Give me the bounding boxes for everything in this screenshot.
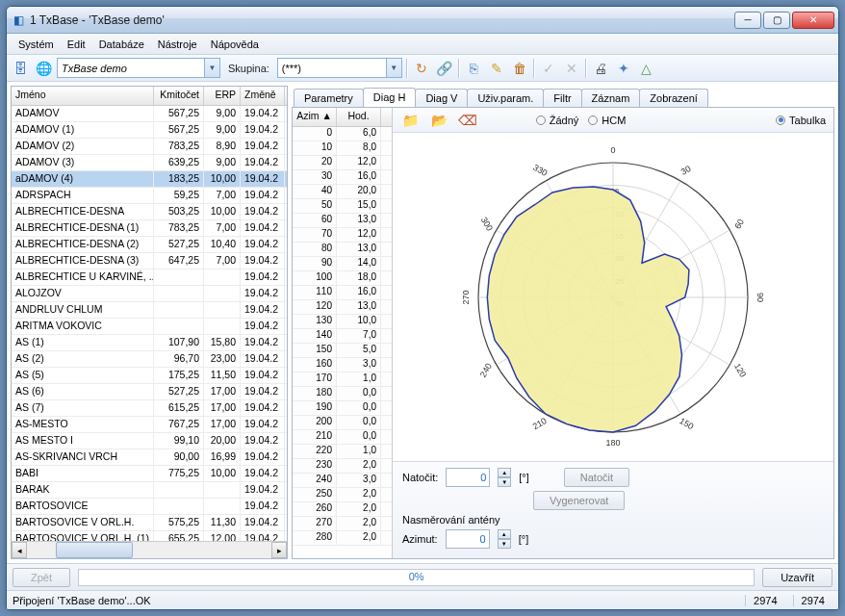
table-row[interactable]: AS-SKRIVANCI VRCH90,0016,9919.04.2: [12, 449, 287, 466]
table-row[interactable]: BARAK19.04.2: [12, 482, 287, 499]
dropdown-icon[interactable]: ▼: [204, 59, 219, 77]
azim-row[interactable]: 2802,0: [293, 531, 392, 546]
menu-help[interactable]: Nápověda: [205, 37, 265, 52]
table-row[interactable]: ADAMOV567,259,0019.04.2: [12, 106, 287, 122]
table-row[interactable]: ALBRECHTICE U KARVINÉ, ...19.04.2: [12, 270, 287, 286]
azim-row[interactable]: 10018,0: [293, 271, 392, 286]
table-row[interactable]: AS (6)527,2517,0019.04.2: [12, 384, 287, 400]
table-row[interactable]: AS (7)615,2517,0019.04.2: [12, 400, 287, 417]
table-row[interactable]: aDAMOV (4)183,2510,0019.04.2: [12, 171, 287, 188]
azim-row[interactable]: 4020,0: [293, 185, 392, 199]
azim-row[interactable]: 2602,0: [293, 502, 392, 517]
col-azim[interactable]: Azim ▲: [293, 108, 337, 126]
azim-row[interactable]: 2403,0: [293, 474, 392, 488]
horizontal-scrollbar[interactable]: ◂ ▸: [12, 541, 287, 558]
azim-row[interactable]: 8013,0: [293, 243, 392, 257]
azim-row[interactable]: 2012,0: [293, 156, 392, 170]
azim-row[interactable]: 3016,0: [293, 170, 392, 185]
skupina-combo[interactable]: (***) ▼: [277, 58, 402, 78]
col-hod[interactable]: Hod.: [337, 108, 381, 126]
azim-row[interactable]: 2302,0: [293, 459, 392, 474]
table-row[interactable]: ARITMA VOKOVIC19.04.2: [12, 319, 287, 335]
folder-icon[interactable]: 📁: [400, 111, 420, 130]
close-app-button[interactable]: Uzavřít: [762, 568, 832, 587]
tab-uivparam[interactable]: Uživ.param.: [467, 89, 544, 107]
close-button[interactable]: ✕: [792, 12, 834, 29]
col-freq[interactable]: Kmitočet: [154, 87, 204, 105]
azim-row[interactable]: 2100,0: [293, 430, 392, 445]
copy-icon[interactable]: ⎘: [464, 59, 483, 78]
scroll-left-icon[interactable]: ◂: [12, 542, 27, 558]
table-row[interactable]: ALBRECHTICE-DESNA (3)647,257,0019.04.2: [12, 253, 287, 270]
menu-tools[interactable]: Nástroje: [152, 37, 203, 52]
azim-row[interactable]: 1505,0: [293, 344, 392, 358]
table-row[interactable]: BARTOSOVICE V ORL.H. (1)655,2512,0019.04…: [12, 531, 287, 541]
radio-tabulka[interactable]: Tabulka: [776, 115, 826, 126]
radio-hcm[interactable]: HCM: [588, 115, 626, 126]
azim-row[interactable]: 6013,0: [293, 214, 392, 228]
natocit-button[interactable]: Natočit: [564, 468, 629, 487]
azim-row[interactable]: 1603,0: [293, 358, 392, 372]
dropdown-icon[interactable]: ▼: [386, 59, 401, 77]
edit-icon[interactable]: ✎: [487, 59, 506, 78]
table-row[interactable]: ADAMOV (3)639,259,0019.04.2: [12, 155, 287, 171]
azim-row[interactable]: 2702,0: [293, 517, 392, 531]
azim-row[interactable]: 1407,0: [293, 329, 392, 344]
table-row[interactable]: AS (5)175,2511,5019.04.2: [12, 368, 287, 384]
table-row[interactable]: ALBRECHTICE-DESNA (1)783,257,0019.04.2: [12, 220, 287, 237]
table-row[interactable]: AS-MESTO767,2517,0019.04.2: [12, 417, 287, 433]
table-row[interactable]: ANDRLUV CHLUM19.04.2: [12, 302, 287, 319]
trash-icon[interactable]: 🗑: [510, 59, 529, 78]
tab-parametry[interactable]: Parametry: [294, 89, 364, 107]
table-row[interactable]: BARTOSOVICE V ORL.H.575,2511,3019.04.2: [12, 515, 287, 531]
scroll-right-icon[interactable]: ▸: [271, 542, 287, 558]
vygenerovat-button[interactable]: Vygenerovat: [533, 491, 625, 510]
azim-body[interactable]: 06,0108,02012,03016,04020,05015,06013,07…: [293, 127, 392, 558]
table-row[interactable]: AS (2)96,7023,0019.04.2: [12, 351, 287, 368]
grid-body[interactable]: ADAMOV567,259,0019.04.2ADAMOV (1)567,259…: [12, 106, 287, 541]
clear-icon[interactable]: ⌫: [458, 111, 477, 130]
table-row[interactable]: ADAMOV (2)783,258,9019.04.2: [12, 139, 287, 155]
col-date[interactable]: Změně: [241, 87, 285, 105]
azimut-spinner[interactable]: ▲▼: [498, 529, 511, 549]
col-name[interactable]: Jméno: [12, 87, 154, 105]
azim-row[interactable]: 5015,0: [293, 199, 392, 214]
database-icon[interactable]: 🗄: [11, 59, 30, 78]
tab-diagv[interactable]: Diag V: [415, 89, 468, 107]
menu-edit[interactable]: Edit: [62, 37, 91, 52]
azim-row[interactable]: 13010,0: [293, 315, 392, 329]
azim-row[interactable]: 1800,0: [293, 387, 392, 401]
world-icon[interactable]: 🌐: [34, 59, 53, 78]
azim-row[interactable]: 108,0: [293, 141, 392, 156]
check-icon[interactable]: ✓: [539, 59, 558, 78]
folder-open-icon[interactable]: 📂: [429, 111, 448, 130]
back-button[interactable]: Zpět: [13, 568, 70, 587]
azim-row[interactable]: 2000,0: [293, 416, 392, 430]
minimize-button[interactable]: ─: [734, 12, 761, 29]
table-row[interactable]: ALBRECHTICE-DESNA (2)527,2510,4019.04.2: [12, 237, 287, 253]
azim-row[interactable]: 11016,0: [293, 286, 392, 300]
link-icon[interactable]: 🔗: [435, 59, 454, 78]
antenna-icon[interactable]: △: [637, 59, 656, 78]
scroll-thumb[interactable]: [56, 542, 133, 558]
database-combo[interactable]: TxBase demo ▼: [57, 58, 220, 78]
azim-row[interactable]: 1701,0: [293, 372, 392, 387]
azim-row[interactable]: 2201,0: [293, 445, 392, 459]
azimut-input[interactable]: [446, 529, 490, 549]
table-row[interactable]: ADRSPACH59,257,0019.04.2: [12, 188, 287, 204]
natocit-input[interactable]: [446, 468, 490, 487]
titlebar[interactable]: ◧ 1 TxBase - 'TxBase demo' ─ ▢ ✕: [7, 7, 838, 34]
table-row[interactable]: ALBRECHTICE-DESNA503,2510,0019.04.2: [12, 204, 287, 220]
azim-row[interactable]: 2502,0: [293, 488, 392, 502]
azim-row[interactable]: 12013,0: [293, 300, 392, 315]
azim-row[interactable]: 9014,0: [293, 257, 392, 271]
table-row[interactable]: ADAMOV (1)567,259,0019.04.2: [12, 122, 287, 139]
natocit-spinner[interactable]: ▲▼: [498, 468, 511, 487]
col-erp[interactable]: ERP: [204, 87, 241, 105]
refresh-icon[interactable]: ↻: [412, 59, 431, 78]
table-row[interactable]: AS (1)107,9015,8019.04.2: [12, 335, 287, 351]
cross-icon[interactable]: ✕: [562, 59, 581, 78]
table-row[interactable]: AS MESTO I99,1020,0019.04.2: [12, 433, 287, 449]
table-row[interactable]: ALOJZOV19.04.2: [12, 286, 287, 302]
table-row[interactable]: BARTOSOVICE19.04.2: [12, 499, 287, 515]
